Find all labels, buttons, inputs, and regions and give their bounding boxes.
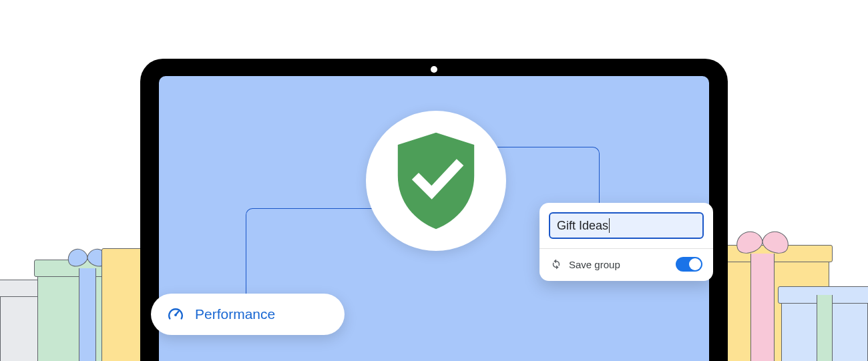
- save-group-label: Save group: [569, 259, 669, 270]
- performance-label: Performance: [195, 306, 275, 322]
- safety-check-badge: [366, 111, 506, 251]
- save-group-row[interactable]: Save group: [549, 256, 704, 273]
- svg-point-0: [174, 314, 177, 316]
- divider: [539, 248, 713, 249]
- laptop-frame: Performance Gift Ideas Save group: [140, 59, 728, 361]
- sync-icon: [550, 258, 562, 270]
- illustration-stage: Performance Gift Ideas Save group: [0, 0, 868, 361]
- connector-line-left: [246, 208, 396, 302]
- laptop-screen: Performance Gift Ideas Save group: [159, 76, 709, 361]
- text-cursor: [609, 218, 610, 233]
- tab-group-name-input[interactable]: Gift Ideas: [549, 212, 704, 239]
- shield-check-icon: [393, 131, 479, 231]
- speedometer-icon: [167, 306, 184, 323]
- webcam-dot: [431, 66, 437, 73]
- gift-box-blue: [781, 295, 868, 361]
- tab-group-name-value: Gift Ideas: [557, 219, 608, 233]
- performance-button[interactable]: Performance: [151, 294, 345, 335]
- save-group-toggle[interactable]: [676, 257, 702, 272]
- tab-group-card: Gift Ideas Save group: [539, 203, 713, 281]
